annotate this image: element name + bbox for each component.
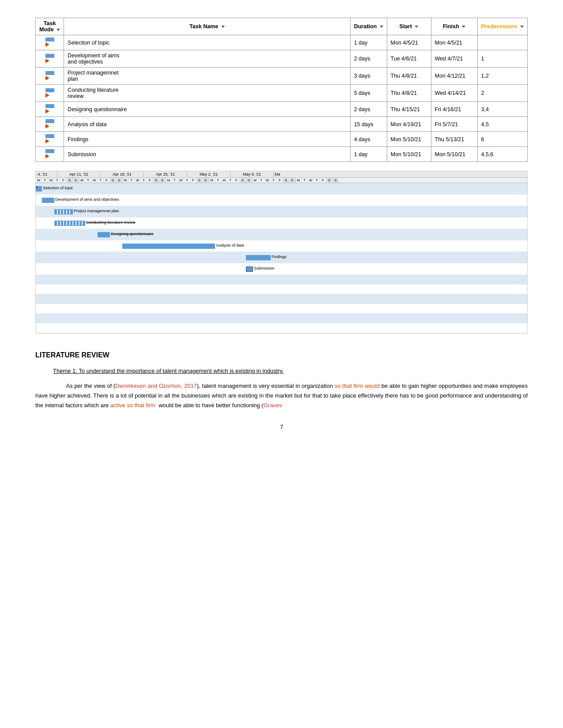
gantt-bar-questionnaire: [98, 232, 110, 237]
task-mode-cell: [36, 147, 64, 162]
task-mode-cell: [36, 117, 64, 132]
col-header-duration[interactable]: Duration: [350, 18, 387, 35]
gantt-week-label: Apr 11, '21: [57, 171, 101, 177]
citation-demirkesen: Demirkesen and Ozorhon, 2017: [115, 383, 197, 389]
gantt-row: Designing questionnaire: [36, 229, 527, 240]
finish-cell: Thu 5/13/21: [431, 132, 477, 147]
gantt-row: Submission: [36, 263, 527, 275]
gantt-bar-findings: [246, 255, 271, 260]
task-mode-cell: [36, 50, 64, 68]
highlighted-text-2: active so that firm: [110, 402, 155, 409]
table-row: Findings 4 days Mon 5/10/21 Thu 5/13/21 …: [36, 132, 528, 147]
col-header-start[interactable]: Start: [387, 18, 431, 35]
literature-review-section: LITERATURE REVIEW Theme 1: To understand…: [35, 351, 528, 410]
task-mode-cell: [36, 132, 64, 147]
start-cell: Mon 5/10/21: [387, 147, 431, 162]
col-header-task-name[interactable]: Task Name: [64, 18, 351, 35]
gantt-row: Conducting literature review: [36, 218, 527, 229]
finish-cell: Mon 4/5/21: [431, 35, 477, 50]
gantt-bar-label: Selection of topic: [43, 186, 73, 190]
col-header-finish[interactable]: Finish: [431, 18, 477, 35]
task-name-cell: Project managemnetplan: [64, 68, 351, 85]
task-name-cell: Conducting literaturereview: [64, 85, 351, 102]
task-mode-cell: [36, 102, 64, 117]
gantt-bar-analysis: [122, 244, 215, 249]
duration-cell: 3 days: [350, 68, 387, 85]
table-row: Development of aimsand objectives 2 days…: [36, 50, 528, 68]
task-name-cell: Analysis of data: [64, 117, 351, 132]
start-cell: Thu 4/8/21: [387, 68, 431, 85]
gantt-row: ► Selection of topic: [36, 183, 527, 195]
gantt-row-empty: [36, 275, 527, 285]
highlighted-text-1: so that firm would: [335, 383, 380, 389]
gantt-row: Development of aims and objectives: [36, 195, 527, 206]
gantt-week-label: May 2, '21: [187, 171, 230, 177]
start-cell: Mon 4/5/21: [387, 35, 431, 50]
gantt-row-empty: [36, 294, 527, 304]
gantt-row-empty: [36, 314, 527, 323]
lit-review-title: LITERATURE REVIEW: [35, 351, 528, 359]
gantt-bar-label: Designing questionnaire: [111, 232, 154, 236]
duration-cell: 1 day: [350, 147, 387, 162]
gantt-row-empty: [36, 323, 527, 333]
citation-graves: Graves: [264, 402, 282, 409]
predecessors-cell: [477, 35, 527, 50]
table-row: Submission 1 day Mon 5/10/21 Mon 5/10/21…: [36, 147, 528, 162]
duration-cell: 15 days: [350, 117, 387, 132]
gantt-week-header: ·4, '21 Apr 11, '21 Apr 18, '21 Apr 25, …: [36, 171, 527, 178]
gantt-row: Project managemnet plan: [36, 206, 527, 218]
gantt-week-label: Ma: [274, 171, 527, 177]
gantt-week-label: Apr 18, '21: [101, 171, 144, 177]
duration-cell: 4 days: [350, 132, 387, 147]
gantt-row: Analysis of data: [36, 240, 527, 252]
gantt-week-label: Apr 25, '21: [144, 171, 187, 177]
gantt-day-header: M T W T F S S M T W T F S S M T W T F S …: [36, 178, 527, 183]
task-name-cell: Designing questionnaire: [64, 102, 351, 117]
gantt-bar-label: Submission: [254, 266, 275, 270]
task-name-cell: Development of aimsand objectives: [64, 50, 351, 68]
duration-cell: 2 days: [350, 50, 387, 68]
predecessors-cell: 1,2: [477, 68, 527, 85]
gantt-bar-label: Project managemnet plan: [74, 209, 119, 213]
gantt-chart-section: ·4, '21 Apr 11, '21 Apr 18, '21 Apr 25, …: [35, 171, 528, 334]
finish-cell: Fri 5/7/21: [431, 117, 477, 132]
task-name-cell: Submission: [64, 147, 351, 162]
finish-cell: Wed 4/7/21: [431, 50, 477, 68]
gantt-week-label: ·4, '21: [36, 171, 57, 177]
page-number: 7: [35, 424, 528, 430]
gantt-row-empty: [36, 285, 527, 294]
col-header-task-mode[interactable]: TaskMode: [36, 18, 64, 35]
duration-cell: 5 days: [350, 85, 387, 102]
gantt-bar-dev-aims: [42, 198, 54, 203]
table-row: Selection of topic 1 day Mon 4/5/21 Mon …: [36, 35, 528, 50]
start-cell: Mon 5/10/21: [387, 132, 431, 147]
gantt-table-section: TaskMode Task Name Duration Start Finish…: [35, 18, 528, 162]
gantt-bar-project-plan: [54, 209, 73, 214]
predecessors-cell: 4,5,6: [477, 147, 527, 162]
gantt-week-label: May 9, '21: [230, 171, 274, 177]
paragraph1: As per the view of (Demirkesen and Ozorh…: [35, 381, 528, 410]
gantt-table: TaskMode Task Name Duration Start Finish…: [35, 18, 528, 162]
table-row: Analysis of data 15 days Mon 4/19/21 Fri…: [36, 117, 528, 132]
start-cell: Mon 4/19/21: [387, 117, 431, 132]
finish-cell: Wed 4/14/21: [431, 85, 477, 102]
predecessors-cell: 4,5: [477, 117, 527, 132]
duration-cell: 1 day: [350, 35, 387, 50]
gantt-row-empty: [36, 304, 527, 314]
table-row: Project managemnetplan 3 days Thu 4/8/21…: [36, 68, 528, 85]
gantt-bar-lit-review: [54, 221, 85, 226]
task-mode-cell: [36, 68, 64, 85]
col-header-predecessors[interactable]: Predecessors: [477, 18, 527, 35]
task-name-cell: Selection of topic: [64, 35, 351, 50]
start-indicator: ►: [35, 185, 39, 189]
predecessors-cell: 6: [477, 132, 527, 147]
start-cell: Thu 4/8/21: [387, 85, 431, 102]
gantt-body: ► Selection of topic Development of aims…: [36, 183, 527, 333]
start-cell: Tue 4/6/21: [387, 50, 431, 68]
gantt-bar-label: Analysis of data: [216, 243, 244, 248]
table-row: Conducting literaturereview 5 days Thu 4…: [36, 85, 528, 102]
finish-cell: Mon 5/10/21: [431, 147, 477, 162]
finish-cell: Mon 4/12/21: [431, 68, 477, 85]
table-row: Designing questionnaire 2 days Thu 4/15/…: [36, 102, 528, 117]
task-mode-cell: [36, 85, 64, 102]
